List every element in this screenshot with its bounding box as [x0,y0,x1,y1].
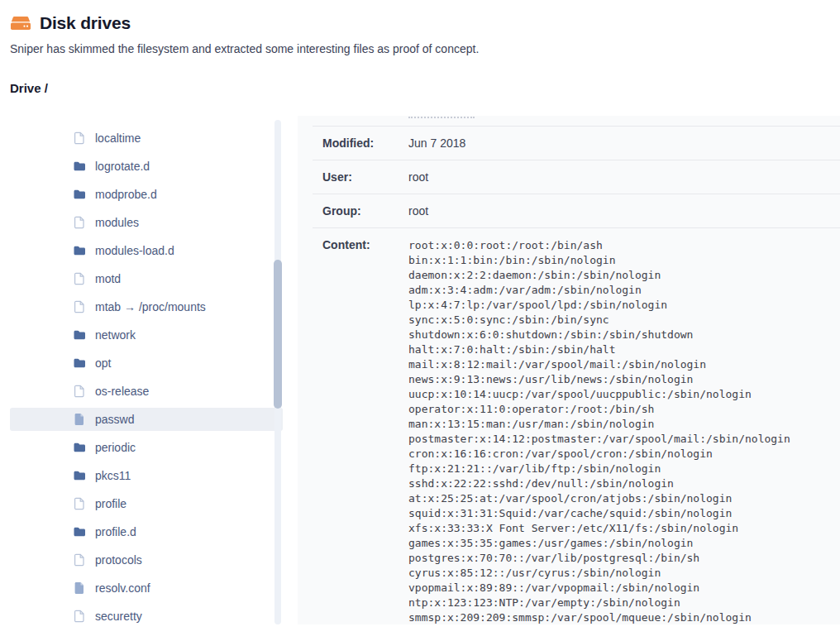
tree-item-label: logrotate.d [95,160,150,173]
file-outline-icon [73,553,86,567]
tree-item-label: resolv.conf [95,581,150,595]
tree-item-label: periodic [95,441,136,454]
tree-item-label: os-release [95,385,149,398]
detail-label: Modified: [322,136,408,150]
tree-item-label: opt [95,356,111,370]
file-outline-icon [73,497,86,510]
tree-item[interactable]: mtab → /proc/mounts [10,295,283,318]
tree-item-label: localtime [95,132,141,145]
tree-item[interactable]: periodic [10,436,283,459]
tree-item-icon [73,441,86,454]
file-filled-icon [73,413,86,426]
file-tree: localtime [0,116,298,624]
sidebar-scrollbar-thumb[interactable] [274,260,282,409]
clipped-row-remnant [408,116,475,118]
tree-item-icon [73,385,86,398]
file-filled-icon [73,581,86,595]
tree-item-icon [73,300,86,313]
tree-item-label: pkcs11 [95,469,131,482]
file-content: root:x:0:0:root:/root:/bin/ash bin:x:1:1… [408,238,790,624]
tree-item[interactable]: modules-load.d [10,239,283,262]
tree-item-label: profile [95,497,126,510]
tree-item[interactable]: securetty [10,605,283,624]
folder-icon [73,469,86,482]
tree-item[interactable]: resolv.conf [10,576,283,600]
tree-item-icon [73,413,86,426]
page-title: Disk drives [40,13,131,33]
tree-item-icon [73,188,86,201]
detail-row-content: Content: root:x:0:0:root:/root:/bin/ash … [313,227,840,624]
tree-item-icon [73,216,86,229]
tree-item-label: passwd [95,413,134,426]
folder-icon [73,160,86,173]
tree-item[interactable]: modprobe.d [10,183,283,206]
tree-item[interactable]: modules [10,211,283,234]
tree-item[interactable]: pkcs11 [10,464,283,487]
folder-icon [73,525,86,538]
tree-item[interactable]: localtime [10,127,283,150]
detail-value: root [408,170,428,184]
tree-item-label: profile.d [95,525,136,538]
tree-item[interactable]: profile [10,492,283,515]
file-details-panel: Modified: Jun 7 2018 User: root Group: r… [298,116,840,624]
folder-icon [73,328,86,342]
detail-value: root [408,204,428,218]
tree-item[interactable]: opt [10,352,283,375]
file-outline-icon [73,300,86,313]
detail-label: Group: [322,204,408,218]
tree-item-label: modprobe.d [95,188,157,201]
detail-row: User: root [313,160,840,194]
tree-item-icon [73,244,86,257]
tree-item[interactable]: profile.d [10,520,283,543]
tree-item-label: protocols [95,553,142,567]
file-outline-icon [73,385,86,398]
tree-item-icon [73,132,86,145]
detail-value: Jun 7 2018 [408,136,465,150]
disk-drive-icon [10,14,31,32]
tree-item[interactable]: passwd [10,408,283,431]
tree-item-icon [73,160,86,173]
file-outline-icon [73,132,86,145]
tree-item-icon [73,469,86,482]
folder-icon [73,441,86,454]
file-browser: localtime [0,116,840,624]
detail-label: User: [322,170,408,184]
page-subtitle: Sniper has skimmed the filesystem and ex… [10,42,830,55]
tree-item-icon [73,497,86,510]
file-tree-sidebar: localtime [0,116,298,624]
tree-item-icon [73,581,86,595]
page-header: Disk drives [0,0,840,33]
disk-drives-page: Disk drives Sniper has skimmed the files… [0,0,840,641]
tree-item[interactable]: protocols [10,548,283,572]
tree-item[interactable]: motd [10,267,283,290]
tree-item[interactable]: logrotate.d [10,155,283,178]
tree-item-icon [73,356,86,370]
tree-item-icon [73,525,86,538]
tree-item-label: mtab → /proc/mounts [95,300,206,313]
tree-item-label: modules-load.d [95,244,174,257]
file-outline-icon [73,610,86,623]
tree-item[interactable]: os-release [10,380,283,403]
tree-item-label: motd [95,272,121,285]
detail-rows: Modified: Jun 7 2018 User: root Group: r… [313,126,840,624]
tree-item[interactable]: network [10,323,283,347]
tree-item-label: modules [95,216,139,229]
tree-item-label: securetty [95,610,142,623]
tree-item-icon [73,328,86,342]
tree-item-label: network [95,328,136,342]
detail-label: Content: [322,238,408,624]
file-outline-icon [73,272,86,285]
folder-icon [73,244,86,257]
drive-path-label: Drive / [10,81,830,95]
file-outline-icon [73,216,86,229]
tree-item-icon [73,553,86,567]
folder-icon [73,356,86,370]
detail-row: Modified: Jun 7 2018 [313,126,840,160]
detail-row: Group: root [313,194,840,227]
tree-item-icon [73,272,86,285]
folder-icon [73,188,86,201]
tree-item-icon [73,610,86,623]
